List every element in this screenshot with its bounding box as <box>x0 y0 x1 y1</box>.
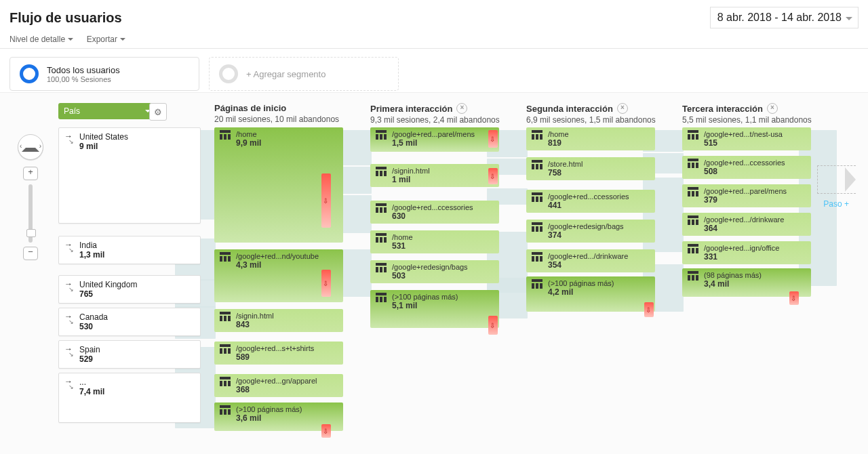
node-value: 3,6 mil <box>236 413 338 423</box>
page-icon <box>376 167 387 176</box>
dropoff-indicator <box>321 270 331 297</box>
remove-step-button[interactable]: × <box>617 103 628 114</box>
page-icon <box>688 215 698 225</box>
page-icon <box>220 312 231 321</box>
flow-node[interactable]: /home819 <box>526 127 655 150</box>
add-segment-label: + Agregar segmento <box>246 69 326 79</box>
segment-donut-icon <box>20 64 39 83</box>
flow-node[interactable]: /home531 <box>370 230 499 253</box>
flow-node[interactable]: (>100 páginas más)5,1 mil <box>370 290 499 328</box>
flow-node[interactable]: /google+redesign/bags374 <box>526 220 655 243</box>
flow-node[interactable]: /signin.html1 mil <box>370 164 499 187</box>
chevron-down-icon <box>68 38 73 43</box>
dropoff-indicator <box>488 130 498 148</box>
source-node[interactable]: United States 9 mil <box>58 127 201 224</box>
zoom-slider[interactable] <box>28 184 33 243</box>
node-label: /google+red...gn/apparel <box>236 377 338 385</box>
flow-node[interactable]: /google+red...parel/mens379 <box>682 184 811 207</box>
dimension-selector[interactable]: País <box>58 103 156 119</box>
node-label: /home <box>236 130 338 138</box>
node-label: /home <box>392 233 494 241</box>
column-title: Segunda interacción <box>526 104 613 114</box>
page-icon <box>376 233 387 243</box>
detail-level-dropdown[interactable]: Nivel de detalle <box>9 35 73 44</box>
source-node[interactable]: ... 7,4 mil <box>58 373 201 423</box>
dropoff-indicator <box>488 316 498 335</box>
flow-node[interactable]: /google+red...parel/mens1,5 mil <box>370 127 499 152</box>
remove-step-button[interactable]: × <box>456 103 467 114</box>
detail-level-label: Nivel de detalle <box>9 35 65 44</box>
zoom-slider-thumb[interactable] <box>26 229 36 237</box>
flow-node[interactable]: (>100 páginas más)4,2 mil <box>526 276 655 312</box>
node-value: 9,9 mil <box>236 138 338 148</box>
column-subtitle: 20 mil sesiones, 10 mil abandonos <box>214 115 355 124</box>
flow-node[interactable]: /google+redesign/bags503 <box>370 260 499 283</box>
next-step-label[interactable]: Paso + <box>823 199 849 209</box>
page-icon <box>220 344 231 354</box>
node-value: 379 <box>704 195 806 205</box>
arrows-icon <box>64 379 74 388</box>
segment-subtitle: 100,00 % Sesiones <box>47 75 120 83</box>
zoom-in-button[interactable]: + <box>23 167 38 180</box>
page-icon <box>376 130 387 140</box>
flow-area: País ⚙ United States 9 mil India 1,3 mil… <box>58 103 854 447</box>
page-icon <box>376 203 387 213</box>
dropoff-indicator <box>488 168 498 184</box>
date-range-picker[interactable]: 8 abr. 2018 - 14 abr. 2018 <box>710 7 859 28</box>
source-node[interactable]: India 1,3 mil <box>58 236 201 264</box>
source-node[interactable]: Canada 530 <box>58 308 201 336</box>
column-subtitle: 5,5 mil sesiones, 1,1 mil abandonos <box>682 115 823 125</box>
node-label: /google+redesign/bags <box>548 222 650 230</box>
flow-node[interactable]: /google+red...gn/apparel368 <box>214 374 343 397</box>
flow-node[interactable]: /google+red.../drinkware354 <box>526 249 655 272</box>
arrows-icon <box>64 346 74 356</box>
page-icon <box>688 130 698 140</box>
source-node[interactable]: Spain 529 <box>58 340 201 369</box>
column-title: Primera interacción <box>370 104 452 114</box>
flow-node[interactable]: /store.html758 <box>526 157 655 180</box>
source-label: Canada <box>79 312 195 322</box>
export-dropdown[interactable]: Exportar <box>87 35 125 44</box>
flow-node[interactable]: /google+red...ccessories630 <box>370 201 499 224</box>
page-title: Flujo de usuarios <box>9 10 122 26</box>
node-value: 843 <box>236 320 338 329</box>
add-segment-button[interactable]: + Agregar segmento <box>209 57 399 91</box>
node-label: /google+red.../drinkware <box>704 215 806 224</box>
node-label: (>100 páginas más) <box>236 405 338 413</box>
next-step-arrow[interactable] <box>817 165 856 194</box>
zoom-out-button[interactable]: − <box>23 247 38 260</box>
node-value: 819 <box>548 138 650 148</box>
pan-home-control[interactable]: ‹ › <box>18 134 43 160</box>
flow-node[interactable]: /google+red...ccessories508 <box>682 156 811 179</box>
home-icon <box>22 140 39 152</box>
source-value: 1,3 mil <box>79 250 195 260</box>
source-label: ... <box>79 377 195 387</box>
flow-node[interactable]: /google+red.../drinkware364 <box>682 213 811 236</box>
flow-node[interactable]: /google+red...ccessories441 <box>526 190 655 213</box>
arrows-icon <box>64 314 74 323</box>
dropoff-indicator <box>321 173 331 228</box>
node-value: 1,5 mil <box>392 138 494 148</box>
source-value: 7,4 mil <box>79 387 195 396</box>
page-icon <box>532 252 542 262</box>
flow-node[interactable]: /google+red...ign/office331 <box>682 241 811 264</box>
source-value: 765 <box>79 289 195 299</box>
node-value: 758 <box>548 168 650 178</box>
page-icon <box>220 405 231 415</box>
node-value: 364 <box>704 224 806 233</box>
node-value: 630 <box>392 211 494 221</box>
source-node[interactable]: United Kingdom 765 <box>58 275 201 304</box>
segment-all-users[interactable]: Todos los usuarios 100,00 % Sesiones <box>9 57 199 91</box>
page-icon <box>532 279 542 289</box>
flow-node[interactable]: /google+red...t/nest-usa515 <box>682 127 811 150</box>
node-value: 441 <box>548 201 650 210</box>
page-icon <box>376 263 387 272</box>
flow-node[interactable]: /google+red...s+t+shirts589 <box>214 342 343 365</box>
flow-node[interactable]: /signin.html843 <box>214 309 343 332</box>
remove-step-button[interactable]: × <box>767 103 778 114</box>
page-icon <box>376 293 387 302</box>
settings-button[interactable]: ⚙ <box>149 103 167 121</box>
node-label: /google+red...ccessories <box>704 159 806 167</box>
node-value: 354 <box>548 260 650 270</box>
page-icon <box>688 244 698 253</box>
